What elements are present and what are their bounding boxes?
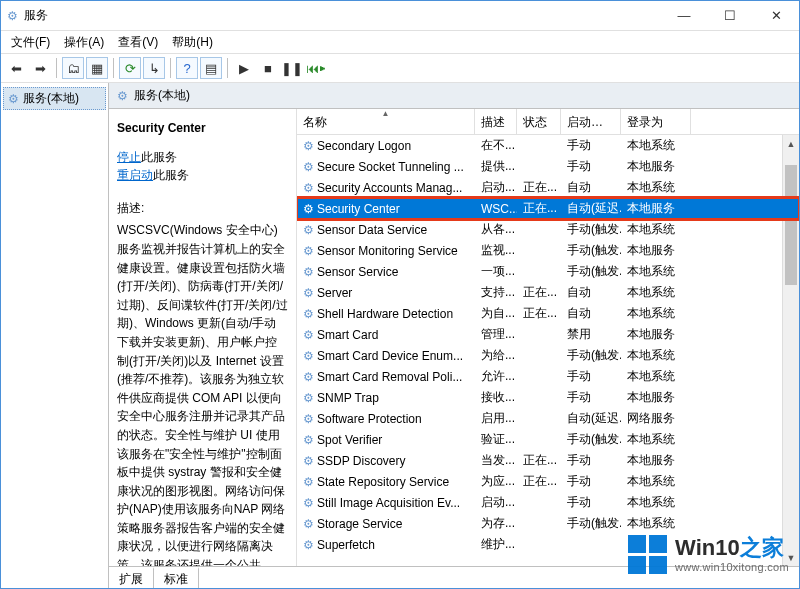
stop-service-button[interactable]: ■ (257, 57, 279, 79)
folder-up-icon: 🗂 (67, 61, 80, 76)
gear-icon: ⚙ (8, 93, 19, 105)
service-row[interactable]: ⚙Spot Verifier验证...手动(触发...本地系统 (297, 429, 799, 450)
service-desc: 为给... (475, 347, 517, 364)
service-row[interactable]: ⚙Superfetch维护... (297, 534, 799, 555)
service-row[interactable]: ⚙Sensor Monitoring Service监视...手动(触发...本… (297, 240, 799, 261)
col-header-status[interactable]: 状态 (517, 109, 561, 134)
service-desc: 支持... (475, 284, 517, 301)
service-startup: 手动 (561, 494, 621, 511)
stop-service-link[interactable]: 停止 (117, 150, 141, 164)
service-name: SSDP Discovery (317, 454, 405, 468)
pause-service-button[interactable]: ❚❚ (281, 57, 303, 79)
menu-file[interactable]: 文件(F) (5, 32, 56, 53)
service-name: Superfetch (317, 538, 375, 552)
description-text: WSCSVC(Windows 安全中心)服务监视并报告计算机上的安全健康设置。健… (117, 221, 288, 566)
service-logon: 本地系统 (621, 515, 691, 532)
service-name: Secondary Logon (317, 139, 411, 153)
gear-icon: ⚙ (303, 287, 314, 299)
service-logon: 本地系统 (621, 221, 691, 238)
show-hide-console-button[interactable]: ▦ (86, 57, 108, 79)
service-desc: 为自... (475, 305, 517, 322)
close-button[interactable]: ✕ (753, 1, 799, 30)
list-header: 名称▲ 描述 状态 启动类型 登录为 (297, 109, 799, 135)
service-logon: 网络服务 (621, 410, 691, 427)
service-status: 正在... (517, 473, 561, 490)
service-row[interactable]: ⚙Smart Card Device Enum...为给...手动(触发...本… (297, 345, 799, 366)
service-name: State Repository Service (317, 475, 449, 489)
service-row[interactable]: ⚙Smart Card Removal Poli...允许...手动本地系统 (297, 366, 799, 387)
menu-action[interactable]: 操作(A) (58, 32, 110, 53)
export-button[interactable]: ↳ (143, 57, 165, 79)
service-logon: 本地服务 (621, 158, 691, 175)
refresh-button[interactable]: ⟳ (119, 57, 141, 79)
menu-help[interactable]: 帮助(H) (166, 32, 219, 53)
start-service-button[interactable]: ▶ (233, 57, 255, 79)
back-button[interactable]: ⬅ (5, 57, 27, 79)
service-logon: 本地系统 (621, 284, 691, 301)
service-startup: 自动(延迟... (561, 410, 621, 427)
col-header-logon[interactable]: 登录为 (621, 109, 691, 134)
restart-service-button[interactable]: ⏮▶ (305, 57, 327, 79)
service-row[interactable]: ⚙Server支持...正在...自动本地系统 (297, 282, 799, 303)
col-header-startup[interactable]: 启动类型 (561, 109, 621, 134)
service-status: 正在... (517, 305, 561, 322)
gear-icon: ⚙ (303, 329, 314, 341)
service-row[interactable]: ⚙Sensor Service一项...手动(触发...本地系统 (297, 261, 799, 282)
scroll-down-button[interactable]: ▼ (783, 549, 799, 566)
scroll-thumb[interactable] (785, 165, 797, 285)
service-logon: 本地服务 (621, 200, 691, 217)
service-logon: 本地系统 (621, 137, 691, 154)
service-logon: 本地服务 (621, 326, 691, 343)
service-row[interactable]: ⚙Software Protection启用...自动(延迟...网络服务 (297, 408, 799, 429)
gear-icon: ⚙ (303, 161, 314, 173)
service-status: 正在... (517, 284, 561, 301)
col-header-name[interactable]: 名称▲ (297, 109, 475, 134)
service-row[interactable]: ⚙SSDP Discovery当发...正在...手动本地服务 (297, 450, 799, 471)
service-logon: 本地服务 (621, 242, 691, 259)
service-name: Storage Service (317, 517, 402, 531)
forward-button[interactable]: ➡ (29, 57, 51, 79)
service-row[interactable]: ⚙Secure Socket Tunneling ...提供...手动本地服务 (297, 156, 799, 177)
service-startup: 手动(触发... (561, 515, 621, 532)
service-row[interactable]: ⚙State Repository Service为应...正在...手动本地系… (297, 471, 799, 492)
services-list: 名称▲ 描述 状态 启动类型 登录为 ⚙Secondary Logon在不...… (297, 109, 799, 566)
gear-icon: ⚙ (303, 455, 314, 467)
service-desc: 在不... (475, 137, 517, 154)
service-name: Server (317, 286, 352, 300)
properties-button[interactable]: ▤ (200, 57, 222, 79)
tree-item-services-local[interactable]: ⚙ 服务(本地) (3, 87, 106, 110)
separator (113, 58, 114, 78)
help-icon: ? (183, 61, 190, 76)
service-logon: 本地服务 (621, 389, 691, 406)
refresh-icon: ⟳ (125, 61, 136, 76)
stop-icon: ■ (264, 61, 272, 76)
window-title: 服务 (24, 7, 661, 24)
restart-suffix: 此服务 (153, 168, 189, 182)
restart-service-link[interactable]: 重启动 (117, 168, 153, 182)
service-row[interactable]: ⚙SNMP Trap接收...手动本地服务 (297, 387, 799, 408)
up-button[interactable]: 🗂 (62, 57, 84, 79)
service-row[interactable]: ⚙Still Image Acquisition Ev...启动...手动本地系… (297, 492, 799, 513)
service-row[interactable]: ⚙Storage Service为存...手动(触发...本地系统 (297, 513, 799, 534)
service-row[interactable]: ⚙Security Accounts Manag...启动...正在...自动本… (297, 177, 799, 198)
menu-view[interactable]: 查看(V) (112, 32, 164, 53)
scroll-up-button[interactable]: ▲ (783, 135, 799, 152)
col-header-desc[interactable]: 描述 (475, 109, 517, 134)
minimize-button[interactable]: — (661, 1, 707, 30)
maximize-button[interactable]: ☐ (707, 1, 753, 30)
service-name: Software Protection (317, 412, 422, 426)
service-row[interactable]: ⚙Smart Card管理...禁用本地服务 (297, 324, 799, 345)
service-desc: 验证... (475, 431, 517, 448)
restart-icon: ⏮▶ (306, 61, 326, 76)
service-desc: 监视... (475, 242, 517, 259)
tab-extended[interactable]: 扩展 (109, 567, 154, 588)
service-row[interactable]: ⚙Secondary Logon在不...手动本地系统 (297, 135, 799, 156)
service-row[interactable]: ⚙Sensor Data Service从各...手动(触发...本地系统 (297, 219, 799, 240)
service-name: Sensor Service (317, 265, 398, 279)
service-row[interactable]: ⚙Security CenterWSC...正在...自动(延迟...本地服务 (297, 198, 799, 219)
help-button[interactable]: ? (176, 57, 198, 79)
service-startup: 手动(触发... (561, 431, 621, 448)
titlebar[interactable]: ⚙ 服务 — ☐ ✕ (1, 1, 799, 31)
service-row[interactable]: ⚙Shell Hardware Detection为自...正在...自动本地系… (297, 303, 799, 324)
tab-standard[interactable]: 标准 (154, 567, 199, 588)
